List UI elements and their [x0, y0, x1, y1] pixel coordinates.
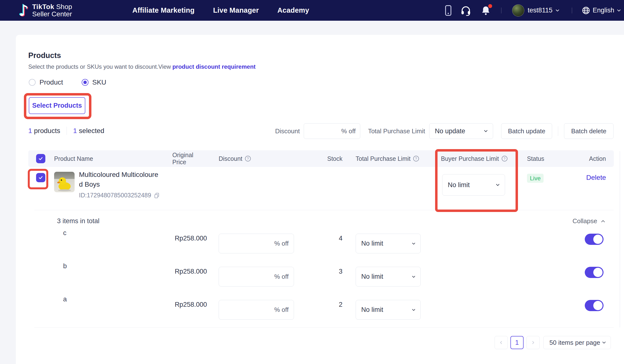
globe-icon[interactable]: [582, 6, 590, 15]
sku-section-header: 3 items in total Collapse: [28, 214, 614, 228]
chevron-down-icon: [411, 308, 416, 312]
sku-discount-input[interactable]: % off: [219, 234, 294, 253]
logo-subtitle: Seller Center: [32, 10, 72, 18]
sku-row: a Rp258.000 % off 2 No limit: [28, 295, 614, 329]
chevron-down-icon: [601, 340, 607, 345]
batch-controls: Discount % off Total Purchase Limit No u…: [275, 123, 614, 139]
chevron-down-icon[interactable]: [616, 8, 622, 13]
select-products-button[interactable]: Select Products: [29, 97, 85, 114]
page: TikTok Shop Seller Center Affiliate Mark…: [0, 0, 624, 364]
device-icon[interactable]: [445, 5, 451, 16]
col-status: Status: [516, 155, 570, 162]
subtitle-text: Select the products or SKUs you want to …: [28, 63, 171, 70]
items-total: 3 items in total: [28, 217, 100, 225]
avatar[interactable]: [512, 4, 524, 17]
next-page-button[interactable]: [526, 336, 540, 349]
chevron-down-icon[interactable]: [555, 8, 560, 13]
product-row: Multicoloured Multicoloure d Boys ID:172…: [28, 167, 614, 210]
page-1-button[interactable]: 1: [510, 336, 523, 349]
col-product-name: Product Name: [54, 155, 172, 162]
col-original-price: Original Price: [172, 151, 207, 166]
product-image[interactable]: [54, 172, 75, 192]
question-icon[interactable]: ?: [245, 155, 251, 162]
no-update-select[interactable]: No update: [429, 123, 493, 139]
radio-product-label[interactable]: Product: [39, 78, 63, 86]
svg-text:?: ?: [247, 157, 249, 161]
top-navigation: Affiliate Marketing Live Manager Academy: [132, 0, 309, 21]
enable-toggle[interactable]: [585, 300, 603, 311]
question-icon[interactable]: ?: [413, 155, 419, 162]
tiktok-note-icon: [16, 2, 31, 19]
buyer-limit-select[interactable]: No limit: [442, 174, 505, 196]
batch-delete-button[interactable]: Batch delete: [564, 123, 614, 139]
sku-stock: 3: [294, 268, 342, 275]
chevron-down-icon: [411, 274, 416, 279]
sku-row: c Rp258.000 % off 4 No limit: [28, 229, 614, 262]
nav-item-academy[interactable]: Academy: [277, 6, 309, 14]
bell-icon[interactable]: [481, 5, 491, 16]
col-discount: Discount ?: [207, 155, 294, 162]
select-all-checkbox[interactable]: [36, 154, 45, 163]
page-size-select[interactable]: 50 items per page: [543, 336, 611, 349]
sku-limit-select[interactable]: No limit: [356, 234, 421, 253]
total-purchase-limit-label: Total Purchase Limit: [368, 127, 425, 135]
col-total-purchase-limit: Total Purchase Limit ?: [342, 155, 420, 162]
logo-title: TikTok Shop: [32, 3, 72, 10]
divider: [501, 8, 501, 13]
chevron-down-icon: [483, 128, 489, 134]
col-stock: Stock: [294, 155, 342, 162]
sku-name: a: [63, 295, 67, 303]
enable-toggle[interactable]: [585, 267, 603, 278]
nav-item-affiliate-marketing[interactable]: Affiliate Marketing: [132, 6, 195, 14]
sku-price: Rp258.000: [172, 235, 207, 242]
tiktok-logo[interactable]: TikTok Shop Seller Center: [16, 2, 72, 19]
sku-stock: 2: [294, 301, 342, 309]
col-buyer-purchase-limit: Buyer Purchase Limit ?: [420, 155, 516, 162]
product-name: Multicoloured Multicoloure d Boys: [79, 170, 160, 189]
sku-discount-input[interactable]: % off: [219, 300, 294, 320]
logo-text: TikTok Shop Seller Center: [32, 3, 72, 18]
status-badge: Live: [527, 174, 544, 183]
radio-sku[interactable]: [82, 79, 88, 86]
divider: [34, 210, 614, 210]
sku-limit-select[interactable]: No limit: [356, 267, 421, 287]
sku-row: b Rp258.000 % off 3 No limit: [28, 262, 614, 295]
enable-toggle[interactable]: [585, 234, 603, 245]
svg-text:?: ?: [415, 157, 417, 161]
divider: [67, 127, 67, 135]
language-label[interactable]: English: [593, 7, 614, 14]
sku-limit-select[interactable]: No limit: [356, 300, 421, 320]
col-action: Action: [570, 155, 614, 162]
product-id: ID:1729480785003252489: [79, 192, 160, 199]
sku-price: Rp258.000: [172, 268, 207, 275]
discount-input[interactable]: % off: [304, 123, 360, 139]
divider: [558, 126, 558, 136]
prev-page-button[interactable]: [494, 336, 508, 349]
sku-discount-input[interactable]: % off: [219, 267, 294, 287]
collapse-button[interactable]: Collapse: [572, 217, 614, 225]
radio-product[interactable]: [29, 79, 36, 86]
copy-icon[interactable]: [154, 192, 160, 198]
question-icon[interactable]: ?: [501, 155, 508, 162]
radio-sku-label[interactable]: SKU: [92, 78, 106, 86]
discount-label: Discount: [275, 127, 300, 135]
divider: [572, 8, 572, 13]
user-name[interactable]: test8115: [528, 7, 553, 14]
page-title: Products: [28, 51, 61, 60]
chevron-down-icon: [411, 241, 416, 246]
delete-button[interactable]: Delete: [586, 174, 606, 182]
table-header: Product Name Original Price Discount ? S…: [28, 150, 614, 167]
topbar-right: test8115 English: [445, 0, 622, 21]
products-count: 1: [28, 127, 32, 135]
chevron-down-icon: [495, 182, 500, 188]
product-discount-requirement-link[interactable]: product discount requirement: [172, 63, 256, 70]
notification-dot: [488, 4, 492, 8]
headset-icon[interactable]: [460, 5, 471, 16]
batch-update-button[interactable]: Batch update: [501, 123, 552, 139]
row-checkbox[interactable]: [36, 173, 45, 182]
fixed-column-divider: [620, 151, 620, 327]
nav-item-live-manager[interactable]: Live Manager: [213, 6, 259, 14]
pagination: 1 50 items per page: [494, 336, 611, 349]
caret-up-icon: [600, 218, 606, 224]
svg-text:?: ?: [504, 157, 506, 161]
